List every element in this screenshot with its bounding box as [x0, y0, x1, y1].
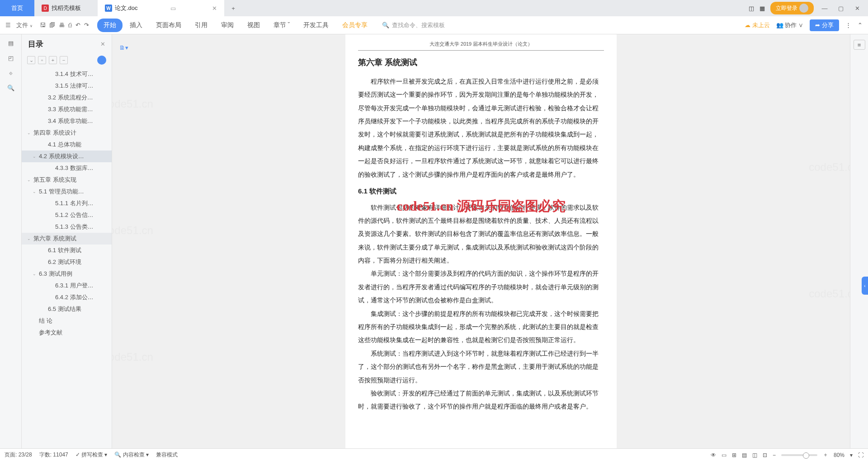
tab-insert[interactable]: 插入: [123, 19, 149, 32]
outline-panel-icon[interactable]: ▤: [8, 40, 14, 47]
contentcheck-button[interactable]: 🔍 内容检查 ▾: [114, 451, 149, 459]
zoom-value[interactable]: 80%: [834, 452, 844, 458]
page-nav-icon[interactable]: 🗎▾: [119, 44, 128, 51]
spellcheck-button[interactable]: ✓ 拼写检查 ▾: [75, 451, 108, 459]
outline-item[interactable]: 3.3 系统功能需…: [22, 103, 112, 115]
outline-item[interactable]: 3.1.5 法律可…: [22, 80, 112, 92]
outline-item[interactable]: ⌄6.3 测试用例: [22, 268, 112, 280]
level-down-icon[interactable]: −: [60, 56, 68, 64]
collab-button[interactable]: 👥 协作 ∨: [776, 21, 803, 29]
view-layout-icon[interactable]: ◫: [752, 452, 757, 458]
collapse-all-icon[interactable]: ▫: [38, 56, 46, 64]
minimize-button[interactable]: —: [819, 5, 830, 12]
side-drawer-toggle[interactable]: ‹: [862, 277, 868, 295]
login-button[interactable]: 立即登录: [770, 2, 814, 14]
outline-item[interactable]: ⌄5.1 管理员功能…: [22, 186, 112, 198]
layout-icon[interactable]: ◫: [749, 5, 754, 12]
file-menu[interactable]: 文件 ∨: [16, 21, 33, 29]
share-button[interactable]: ➦ 分享: [810, 19, 839, 31]
outline-item[interactable]: 4.3.3 数据库…: [22, 162, 112, 174]
tab-template[interactable]: D 找稻壳模板: [34, 0, 98, 16]
status-page[interactable]: 页面: 23/28: [5, 451, 32, 459]
outline-item[interactable]: 参考文献: [22, 327, 112, 339]
apps-icon[interactable]: ▦: [760, 5, 765, 12]
tab-home[interactable]: 首页: [0, 0, 34, 16]
find-icon[interactable]: 🔍: [7, 85, 14, 91]
tab-layout[interactable]: 页面布局: [150, 19, 188, 32]
outline-item[interactable]: 5.1.3 公告类…: [22, 221, 112, 233]
outline-item[interactable]: 6.1 软件测试: [22, 245, 112, 256]
level-up-icon[interactable]: +: [49, 56, 57, 64]
ribbon-right: ☁ 未上云 👥 协作 ∨ ➦ 分享 ⋮ ⌃: [745, 19, 863, 31]
outline-item[interactable]: 6.5 测试结果: [22, 303, 112, 315]
search-input[interactable]: 🔍 查找命令、搜索模板: [382, 21, 445, 29]
collapse-ribbon-icon[interactable]: ⌃: [858, 22, 863, 28]
tab-document[interactable]: W 论文.doc ▭ ✕: [98, 0, 224, 16]
document-area[interactable]: 🗎▾ code51.cn code51.cn code51.cn code51.…: [112, 34, 850, 448]
outline-item[interactable]: 6.3.1 用户登…: [22, 280, 112, 292]
view-web-icon[interactable]: ⊞: [732, 452, 736, 458]
outline-item[interactable]: ⌄第五章 系统实现: [22, 174, 112, 186]
chevron-down-icon: ▾: [146, 452, 149, 458]
presenter-icon[interactable]: ▭: [170, 5, 176, 12]
close-panel-icon[interactable]: ✕: [100, 41, 105, 47]
fullscreen-icon[interactable]: ⛶: [858, 452, 863, 458]
page: 大连交通大学 2019 届本科生毕业设计（论文） 第六章 系统测试 程序软件一旦…: [345, 34, 617, 448]
chevron-down-icon: ∨: [798, 22, 803, 28]
outline-item[interactable]: ⌄第六章 系统测试: [22, 233, 112, 245]
tab-review[interactable]: 审阅: [215, 19, 240, 32]
outline-item[interactable]: 6.4.2 添加公…: [22, 292, 112, 303]
save-icon[interactable]: 🖫: [40, 22, 46, 28]
tab-view[interactable]: 视图: [241, 19, 266, 32]
print-preview-icon[interactable]: ⎙: [68, 22, 72, 28]
tab-add[interactable]: +: [224, 0, 242, 16]
left-tool-strip: ▤ ◰ ⟐ 🔍: [0, 34, 22, 448]
status-compat[interactable]: 兼容模式: [156, 451, 178, 459]
outline-item-label: 3.2 系统流程分…: [48, 94, 93, 102]
tab-devtool[interactable]: 开发工具: [297, 19, 335, 32]
outline-item[interactable]: 3.4 系统非功能…: [22, 115, 112, 127]
bookmark-icon[interactable]: ⟐: [9, 70, 13, 76]
close-tab-icon[interactable]: ✕: [212, 5, 217, 12]
undo-icon[interactable]: ↶: [75, 22, 80, 28]
expand-all-icon[interactable]: ⌄: [27, 56, 35, 64]
outline-item[interactable]: 3.2 系统流程分…: [22, 92, 112, 103]
view-read-icon[interactable]: 👁: [711, 452, 716, 458]
chevron-down-icon: ∨: [30, 24, 33, 28]
outline-item[interactable]: ⌄4.2 系统模块设…: [22, 151, 112, 162]
outline-item[interactable]: ⌄第四章 系统设计: [22, 127, 112, 139]
word-doc-icon: W: [105, 5, 112, 12]
outline-item[interactable]: 3.1.4 技术可…: [22, 68, 112, 80]
outline-item[interactable]: 6.2 测试环境: [22, 256, 112, 268]
zoom-fit-icon[interactable]: ⊡: [763, 452, 767, 458]
outline-item[interactable]: 4.1 总体功能: [22, 139, 112, 151]
tab-chapter[interactable]: 章节 ˇ: [267, 19, 297, 32]
status-right: 👁 ▭ ⊞ ▤ ◫ ⊡ − ＋ 80% ▾ ⛶: [711, 451, 863, 459]
thumbnails-icon[interactable]: ◰: [8, 55, 14, 61]
tab-ref[interactable]: 引用: [189, 19, 214, 32]
redo-icon[interactable]: ↷: [84, 22, 89, 28]
outline-item[interactable]: 结 论: [22, 315, 112, 327]
status-words[interactable]: 字数: 11047: [39, 451, 68, 459]
hamburger-icon[interactable]: ☰: [5, 22, 11, 28]
outline-item[interactable]: 5.1.1 名片列…: [22, 198, 112, 209]
cloud-status[interactable]: ☁ 未上云: [745, 21, 770, 29]
close-window-button[interactable]: ✕: [852, 5, 863, 12]
zoom-dropdown-icon[interactable]: ▾: [850, 452, 853, 458]
tab-vip[interactable]: 会员专享: [336, 19, 374, 32]
more-icon[interactable]: ⋮: [845, 22, 851, 28]
tab-start[interactable]: 开始: [97, 19, 123, 32]
maximize-button[interactable]: ▢: [835, 5, 846, 12]
caret-icon: ⌄: [33, 189, 37, 194]
saveas-icon[interactable]: 🗐: [49, 22, 55, 28]
chevron-down-icon: ▾: [104, 452, 107, 458]
view-outline-icon[interactable]: ▤: [742, 452, 747, 458]
zoom-slider[interactable]: [781, 454, 817, 456]
outline-item[interactable]: 5.1.2 公告信…: [22, 209, 112, 221]
ai-assistant-icon[interactable]: [97, 56, 106, 65]
print-icon[interactable]: 🖶: [59, 22, 65, 28]
zoom-in-icon[interactable]: ＋: [823, 451, 828, 459]
view-page-icon[interactable]: ▭: [722, 452, 726, 458]
right-panel-toggle-icon[interactable]: ≡: [854, 40, 865, 50]
zoom-out-icon[interactable]: −: [773, 452, 776, 458]
